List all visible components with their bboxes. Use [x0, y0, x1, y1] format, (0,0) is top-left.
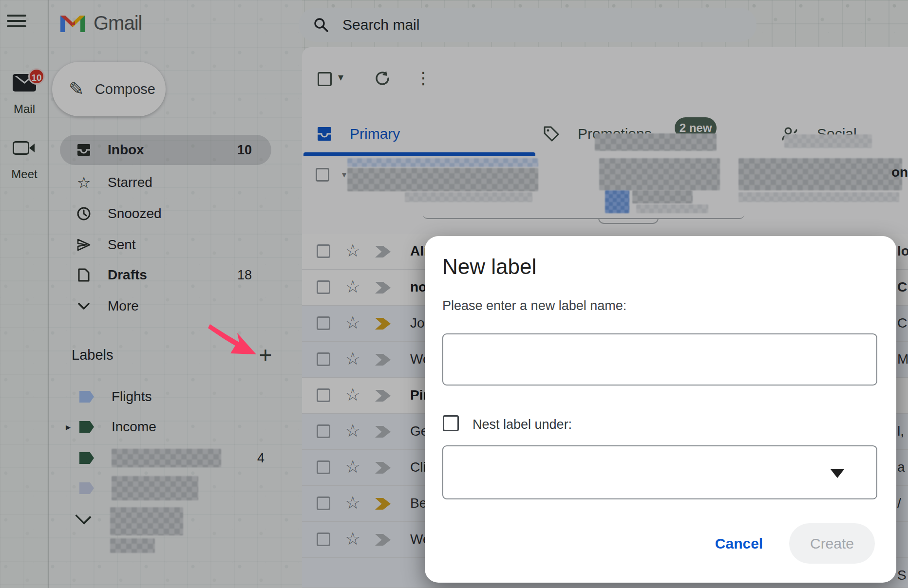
cancel-button[interactable]: Cancel — [705, 535, 773, 552]
dialog-prompt: Please enter a new label name: — [442, 298, 626, 313]
nest-label-checkbox[interactable] — [443, 415, 459, 431]
new-label-dialog: New label Please enter a new label name:… — [425, 236, 896, 583]
nest-under-select[interactable] — [442, 445, 877, 499]
nest-label-text: Nest label under: — [473, 417, 572, 432]
label-name-input[interactable] — [442, 333, 877, 386]
gmail-app-window: 10 Mail Meet Gmail ✎ Compose Inbox 10 — [0, 0, 908, 588]
select-caret-icon — [831, 469, 844, 478]
create-button[interactable]: Create — [789, 523, 875, 564]
dialog-title: New label — [442, 255, 536, 279]
annotation-arrow-icon — [194, 315, 267, 367]
